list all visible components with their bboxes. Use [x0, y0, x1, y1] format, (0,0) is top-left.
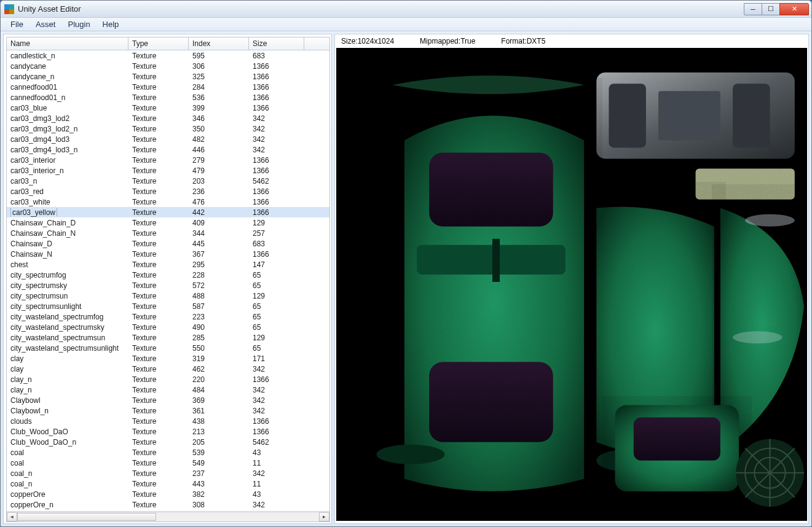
table-row[interactable]: city_spectrumsunTexture488129	[7, 291, 329, 301]
cell-size: 1366	[249, 427, 304, 436]
table-row[interactable]: clayTexture462342	[7, 364, 329, 374]
cell-type: Texture	[128, 260, 189, 269]
scroll-track[interactable]	[17, 512, 319, 521]
table-row[interactable]: city_wasteland_spectrumfogTexture22365	[7, 311, 329, 322]
cell-size: 1366	[249, 72, 304, 81]
table-row[interactable]: copperOre_nTexture308342	[7, 499, 329, 510]
table-row[interactable]: car03_redTexture2361366	[7, 186, 329, 197]
table-row[interactable]: ClaybowlTexture369342	[7, 395, 329, 405]
table-row[interactable]: Claybowl_nTexture361342	[7, 405, 329, 416]
table-row[interactable]: Chainsaw_DTexture445683	[7, 238, 329, 249]
table-row[interactable]: clay_nTexture484342	[7, 385, 329, 395]
table-row[interactable]: car03_yellowTexture4421366	[7, 207, 329, 217]
cell-type: Texture	[128, 135, 189, 144]
table-row[interactable]: Chainsaw_NTexture3671366	[7, 249, 329, 259]
menu-help[interactable]: Help	[98, 18, 124, 30]
cell-size: 65	[249, 302, 304, 311]
list-body[interactable]: candlestick_nTexture595683candycaneTextu…	[7, 50, 329, 511]
table-row[interactable]: coalTexture54911	[7, 458, 329, 468]
table-row[interactable]: candycane_nTexture3251366	[7, 71, 329, 82]
table-row[interactable]: car03_dmg3_lod2Texture346342	[7, 113, 329, 123]
cell-name: Club_Wood_DaO	[7, 427, 128, 436]
texture-preview	[336, 48, 807, 521]
column-header-name[interactable]: Name	[7, 37, 128, 50]
table-row[interactable]: copperOreTexture38243	[7, 489, 329, 499]
cell-index: 284	[189, 83, 249, 92]
cell-type: Texture	[128, 365, 189, 373]
table-row[interactable]: Club_Wood_DaOTexture2131366	[7, 426, 329, 437]
cell-type: Texture	[128, 52, 189, 60]
cell-type: Texture	[128, 480, 189, 488]
table-row[interactable]: cannedfood01Texture2841366	[7, 82, 329, 92]
table-row[interactable]: Chainsaw_Chain_DTexture409129	[7, 217, 329, 228]
cell-type: Texture	[128, 271, 189, 279]
app-window: Unity Asset Editor ─ ☐ ✕ File Asset Plug…	[0, 0, 812, 527]
table-row[interactable]: car03_interiorTexture2791366	[7, 155, 329, 165]
table-row[interactable]: Chainsaw_Chain_NTexture344257	[7, 228, 329, 238]
menu-file[interactable]: File	[6, 18, 28, 30]
cell-name: Chainsaw_N	[7, 250, 128, 259]
cell-type: Texture	[128, 219, 189, 227]
cell-size: 11	[249, 459, 304, 467]
cell-type: Texture	[128, 438, 189, 447]
cell-index: 295	[189, 260, 249, 269]
table-row[interactable]: coal_nTexture44311	[7, 478, 329, 489]
table-row[interactable]: candycaneTexture3061366	[7, 61, 329, 71]
cell-size: 342	[249, 501, 304, 509]
column-header-size[interactable]: Size	[249, 37, 304, 50]
cell-index: 220	[189, 375, 249, 384]
cell-type: Texture	[128, 501, 189, 509]
texture-info-bar: Size:1024x1024 Mipmapped:True Format:DXT…	[335, 34, 808, 48]
menu-plugin[interactable]: Plugin	[63, 18, 95, 30]
maximize-button[interactable]: ☐	[762, 3, 780, 15]
table-row[interactable]: city_spectrumskyTexture57265	[7, 280, 329, 291]
cell-index: 319	[189, 354, 249, 363]
cell-size: 342	[249, 469, 304, 478]
table-row[interactable]: cloudsTexture4381366	[7, 416, 329, 426]
table-row[interactable]: clay_nTexture2201366	[7, 374, 329, 385]
table-row[interactable]: car03_nTexture2035462	[7, 176, 329, 186]
close-button[interactable]: ✕	[779, 3, 809, 15]
cell-size: 65	[249, 313, 304, 321]
table-row[interactable]: coalTexture53943	[7, 447, 329, 458]
cell-index: 490	[189, 323, 249, 332]
cell-type: Texture	[128, 146, 189, 154]
table-row[interactable]: car03_dmg3_lod2_nTexture350342	[7, 123, 329, 134]
asset-list-pane: Name Type Index Size candlestick_nTextur…	[3, 34, 332, 524]
table-row[interactable]: coal_nTexture237342	[7, 468, 329, 478]
column-header-type[interactable]: Type	[128, 37, 189, 50]
cell-index: 237	[189, 469, 249, 478]
table-row[interactable]: car03_interior_nTexture4791366	[7, 165, 329, 176]
cell-name: copperOre	[7, 490, 128, 499]
table-row[interactable]: city_spectrumfogTexture22865	[7, 270, 329, 280]
titlebar[interactable]: Unity Asset Editor ─ ☐ ✕	[1, 1, 811, 18]
table-row[interactable]: car03_dmg4_lod3_nTexture446342	[7, 144, 329, 155]
table-row[interactable]: city_wasteland_spectrumsunlightTexture55…	[7, 343, 329, 353]
table-row[interactable]: car03_blueTexture3991366	[7, 103, 329, 113]
table-row[interactable]: car03_dmg4_lod3Texture482342	[7, 134, 329, 144]
scroll-thumb[interactable]	[17, 513, 156, 521]
horizontal-scrollbar[interactable]: ◂ ▸	[7, 511, 329, 521]
table-row[interactable]: clayTexture319171	[7, 353, 329, 364]
table-row[interactable]: city_wasteland_spectrumsunTexture285129	[7, 332, 329, 343]
cell-name: car03_dmg3_lod2_n	[7, 125, 128, 133]
scroll-left-button[interactable]: ◂	[7, 512, 17, 521]
table-row[interactable]: chestTexture295147	[7, 259, 329, 270]
column-header-index[interactable]: Index	[189, 37, 249, 50]
cell-type: Texture	[128, 187, 189, 196]
table-row[interactable]: candlestick_nTexture595683	[7, 50, 329, 61]
table-row[interactable]: car03_whiteTexture4761366	[7, 197, 329, 207]
table-row[interactable]: city_spectrumsunlightTexture58765	[7, 301, 329, 311]
minimize-button[interactable]: ─	[744, 3, 762, 15]
cell-type: Texture	[128, 198, 189, 206]
scroll-right-button[interactable]: ▸	[319, 512, 329, 521]
table-row[interactable]: cannedfood01_nTexture5361366	[7, 92, 329, 103]
cell-name: candycane	[7, 62, 128, 71]
table-row[interactable]: Club_Wood_DaO_nTexture2055462	[7, 437, 329, 447]
cell-type: Texture	[128, 427, 189, 436]
cell-size: 129	[249, 292, 304, 300]
menu-asset[interactable]: Asset	[31, 18, 61, 30]
table-row[interactable]: city_wasteland_spectrumskyTexture49065	[7, 322, 329, 332]
cell-name: car03_interior	[7, 156, 128, 165]
cell-name: candycane_n	[7, 72, 128, 81]
